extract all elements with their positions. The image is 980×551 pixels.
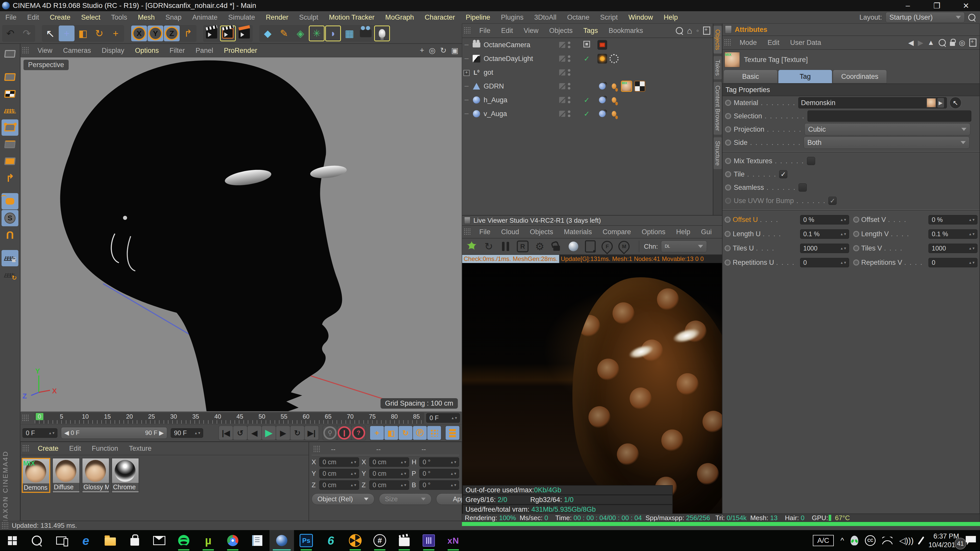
tab-tag[interactable]: Tag xyxy=(778,70,832,83)
menu-item-create[interactable]: Create xyxy=(45,11,76,24)
visibility-toggles[interactable] xyxy=(559,56,570,62)
layer-toggle-icon[interactable] xyxy=(559,69,565,76)
spinner-arrows-icon[interactable]: ▲▼ xyxy=(350,461,357,464)
menu-item-render[interactable]: Render xyxy=(260,11,294,24)
add-camera-icon[interactable] xyxy=(358,25,374,41)
menu-item-edit[interactable]: Edit xyxy=(22,11,45,24)
uv-input-repetitions-v[interactable]: 0▲▼ xyxy=(928,258,977,267)
render-view[interactable] xyxy=(462,263,722,514)
toggle-view-icon[interactable]: ▣ xyxy=(451,46,458,55)
lv-menu-options[interactable]: Options xyxy=(636,226,671,238)
object-name[interactable]: got xyxy=(484,68,493,76)
visibility-toggles[interactable] xyxy=(559,69,570,76)
volume-icon[interactable]: ◁))) xyxy=(899,536,914,545)
material-field[interactable]: Demonskin ▶ xyxy=(798,97,947,108)
lock-icon[interactable] xyxy=(950,42,955,46)
menu-item-sculpt[interactable]: Sculpt xyxy=(294,11,324,24)
om-menu-objects[interactable]: Objects xyxy=(544,24,578,37)
menu-item-window[interactable]: Window xyxy=(623,11,658,24)
key-rotation-button[interactable]: ↻ xyxy=(399,426,412,440)
anim-ring-icon[interactable] xyxy=(725,113,731,119)
uv-input-length-u[interactable]: 0.1 %▲▼ xyxy=(800,229,849,239)
clapper-app-icon[interactable] xyxy=(392,530,417,551)
edges-mode-icon[interactable] xyxy=(2,136,18,152)
goto-start-button[interactable]: |◀ xyxy=(219,426,233,440)
viewport-menu-view[interactable]: View xyxy=(32,44,58,57)
uv-input-offset-v[interactable]: 0 %▲▼ xyxy=(928,215,977,224)
record-keyframe-button[interactable]: ⚲ xyxy=(323,426,337,440)
spinner-arrows-icon[interactable]: ▲▼ xyxy=(48,432,55,434)
coord-input-z0[interactable]: 0 cm▲▼ xyxy=(319,480,359,490)
start-button[interactable] xyxy=(0,530,24,551)
coord-input-b2[interactable]: 0 °▲▼ xyxy=(419,480,459,490)
enable-state[interactable]: ✓ xyxy=(582,55,591,63)
search-icon[interactable] xyxy=(968,14,975,21)
task-view-button[interactable] xyxy=(49,530,73,551)
store-icon[interactable] xyxy=(123,530,147,551)
filter-icon[interactable]: ◦ xyxy=(696,26,699,35)
app-six-icon[interactable]: 6 xyxy=(318,530,343,551)
cinema4d-icon[interactable] xyxy=(269,530,294,551)
mat-menu-create[interactable]: Create xyxy=(32,442,64,454)
rotate-icon[interactable]: ↻ xyxy=(91,25,107,41)
sharp-app-icon[interactable]: # xyxy=(368,530,392,551)
next-key-button[interactable]: ↻ xyxy=(290,426,304,440)
spinner-arrows-icon[interactable]: ▲▼ xyxy=(840,247,847,250)
object-name[interactable]: GDRN xyxy=(484,83,504,90)
visibility-toggles[interactable] xyxy=(559,41,570,48)
rotate-icon[interactable]: ↻ xyxy=(440,46,447,55)
visibility-toggles[interactable] xyxy=(559,110,570,117)
selection-field[interactable] xyxy=(808,110,971,122)
new-panel-icon[interactable] xyxy=(969,38,977,47)
history-forward-icon[interactable]: ▶ xyxy=(918,38,923,47)
anim-ring-icon[interactable] xyxy=(725,171,731,177)
play-button[interactable]: ▶ xyxy=(262,426,275,440)
viewport-menu-cameras[interactable]: Cameras xyxy=(58,44,97,57)
anim-ring-icon[interactable] xyxy=(853,245,859,251)
file-explorer-icon[interactable] xyxy=(98,530,123,551)
lv-menu-cloud[interactable]: Cloud xyxy=(496,226,525,238)
workplane-lock-icon[interactable] xyxy=(2,250,18,266)
key-position-button[interactable]: + xyxy=(370,426,384,440)
lock-y-icon[interactable]: Y xyxy=(148,25,163,41)
spinner-arrows-icon[interactable]: ▲▼ xyxy=(840,261,847,264)
last-tool-move-icon[interactable]: + xyxy=(108,25,124,41)
visibility-toggles[interactable] xyxy=(559,83,570,89)
drag-handle-icon[interactable] xyxy=(22,414,30,422)
menu-item-mesh[interactable]: Mesh xyxy=(132,11,160,24)
object-row-octanecamera[interactable]: ─OctaneCamera xyxy=(462,38,713,52)
spinner-arrows-icon[interactable]: ▲▼ xyxy=(840,233,847,235)
drag-handle-icon[interactable] xyxy=(22,445,30,452)
enable-snap-icon[interactable]: U xyxy=(2,227,18,243)
coord-input-x1[interactable]: 0 cm▲▼ xyxy=(369,457,409,467)
mat-menu-function[interactable]: Function xyxy=(86,442,124,454)
lv-menu-compare[interactable]: Compare xyxy=(597,226,636,238)
ruler-frame-field[interactable]: 0 F ▲▼ xyxy=(426,413,460,423)
octane-object-tag-icon[interactable] xyxy=(609,81,619,91)
uvw-tag-icon[interactable] xyxy=(634,81,646,92)
lock-resolution-icon[interactable] xyxy=(551,240,562,253)
mat-menu-edit[interactable]: Edit xyxy=(64,442,86,454)
phong-tag-icon[interactable] xyxy=(597,81,607,91)
material-ball-icon[interactable] xyxy=(568,240,579,253)
coord-input-x0[interactable]: 0 cm▲▼ xyxy=(319,457,359,467)
coord-input-y1[interactable]: 0 cm▲▼ xyxy=(369,469,409,478)
render-region-frame-icon[interactable] xyxy=(585,240,596,253)
material-chrome[interactable]: Chrome xyxy=(111,458,139,493)
texture-tag-icon[interactable] xyxy=(621,81,632,92)
layer-toggle-icon[interactable] xyxy=(559,111,565,117)
phong-tag-icon[interactable] xyxy=(597,95,607,105)
autokey-button[interactable]: ❙ xyxy=(337,426,351,440)
object-row-h-auga[interactable]: ─h_Auga✓ xyxy=(462,93,713,107)
next-frame-button[interactable]: ▶ xyxy=(276,426,290,440)
creative-cloud-tray-icon[interactable]: CC xyxy=(865,535,876,546)
prev-frame-button[interactable]: ◀ xyxy=(248,426,261,440)
spinner-arrows-icon[interactable]: ▲▼ xyxy=(969,247,975,250)
drag-handle-icon[interactable] xyxy=(724,39,732,46)
enable-state[interactable] xyxy=(582,41,591,49)
utorrent-icon[interactable]: µ xyxy=(196,530,221,551)
close-button[interactable]: ✕ xyxy=(952,0,980,11)
key-pla-button[interactable] xyxy=(445,426,460,440)
uv-input-offset-u[interactable]: 0 %▲▼ xyxy=(800,215,849,224)
spotify-icon[interactable] xyxy=(172,530,196,551)
